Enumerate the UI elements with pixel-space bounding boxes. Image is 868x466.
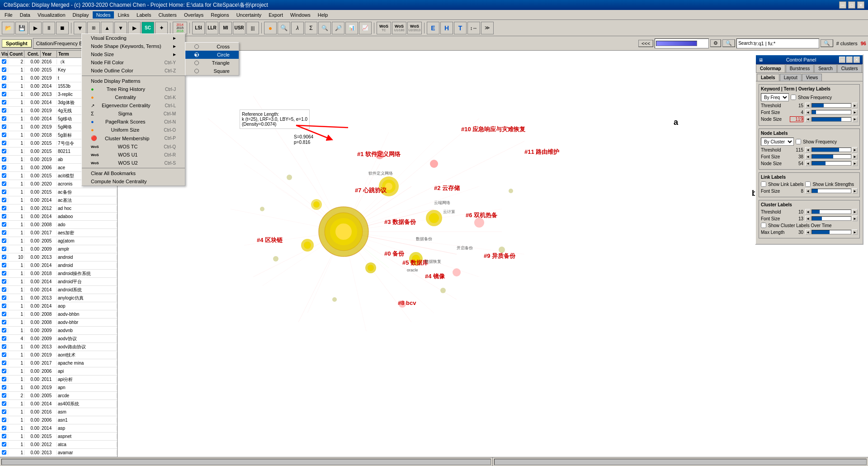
cp-subtab-labels[interactable]: Labels <box>757 74 779 81</box>
fontsize-slider[interactable]: ◄ ► <box>805 109 858 115</box>
row-visible[interactable] <box>0 149 8 154</box>
row-visible[interactable] <box>0 304 8 309</box>
fontsize-left-arrow[interactable]: ◄ <box>805 109 811 115</box>
list-item[interactable]: 1 0.00 2014 android <box>0 262 117 270</box>
threshold-left-arrow[interactable]: ◄ <box>805 103 811 108</box>
magnify1-button[interactable]: 🔍 <box>318 22 331 34</box>
bold-e-button[interactable]: E <box>427 22 439 34</box>
row-visible[interactable] <box>0 377 8 382</box>
play-button[interactable]: ▶ <box>29 22 42 34</box>
row-visible[interactable] <box>0 328 8 333</box>
row-visible[interactable] <box>0 336 8 342</box>
list-item[interactable]: 1 0.00 2009 amplr <box>0 245 117 253</box>
row-visible[interactable] <box>0 214 8 219</box>
stop-button[interactable]: ⏹ <box>56 22 69 34</box>
list-item[interactable]: 1 0.00 2014 asp <box>0 424 117 433</box>
menu-node-fill-color[interactable]: Node Fill Color Ctrl-Y <box>82 58 185 67</box>
row-visible[interactable] <box>0 450 8 456</box>
menu-data[interactable]: Data <box>16 11 34 19</box>
menu-labels[interactable]: Labels <box>133 11 155 19</box>
menu-overlays[interactable]: Overlays <box>180 11 207 19</box>
row-visible[interactable] <box>0 344 8 350</box>
tri-down-button[interactable]: ▼ <box>114 22 127 34</box>
node-threshold-slider[interactable]: ◄ ► <box>805 147 858 152</box>
row-visible[interactable] <box>0 401 8 407</box>
nav-left-button[interactable]: <<< <box>638 40 653 47</box>
list-item[interactable]: 1 0.00 2009 aodvnb <box>0 327 117 335</box>
cp-tab-burstness[interactable]: Burstness <box>786 64 814 72</box>
cp-maximize-btn[interactable]: □ <box>846 57 853 63</box>
row-visible[interactable] <box>0 100 8 105</box>
row-visible[interactable] <box>0 247 8 252</box>
fontsize-track[interactable] <box>811 110 851 114</box>
nav-right-button[interactable]: ⚙ <box>710 39 721 47</box>
menu-file[interactable]: File <box>1 11 16 19</box>
cp-subtab-layout[interactable]: Layout <box>780 74 802 81</box>
row-visible[interactable] <box>0 84 8 89</box>
list-item[interactable]: 1 0.00 2014 adaboo <box>0 213 117 221</box>
search-input[interactable] <box>754 41 817 46</box>
list-item[interactable]: 1 0.00 2006 api <box>0 367 117 376</box>
row-visible[interactable] <box>0 67 8 73</box>
row-visible[interactable] <box>0 393 8 399</box>
row-visible[interactable] <box>0 198 8 203</box>
shape-circle[interactable]: ● Circle <box>185 51 239 59</box>
list-item[interactable]: 1 0.00 2006 asn1 <box>0 416 117 424</box>
bold-t-button[interactable]: T <box>454 22 467 34</box>
menu-nodes[interactable]: Nodes <box>93 11 114 19</box>
menu-node-display-patterns[interactable]: Node Display Patterns <box>82 77 185 85</box>
row-visible[interactable] <box>0 369 8 374</box>
row-visible[interactable] <box>0 92 8 97</box>
tri-up-button[interactable]: ▲ <box>101 22 113 34</box>
menu-wos-u1[interactable]: WoS WOS U1 Ctrl-R <box>82 151 185 159</box>
row-visible[interactable] <box>0 434 8 439</box>
tri-right-button[interactable]: ▶ <box>128 22 141 34</box>
arrows-button[interactable]: ↕↔ <box>467 22 480 34</box>
wos-u1-button[interactable]: WoS U1/180 <box>392 22 406 34</box>
row-visible[interactable] <box>0 238 8 244</box>
chart2-button[interactable]: 📈 <box>359 22 372 34</box>
year-badge-1[interactable]: 2014 2015 2016 <box>173 22 187 34</box>
show-link-strengths-checkbox[interactable] <box>805 181 811 187</box>
row-visible[interactable] <box>0 206 8 211</box>
cp-tab-clusters[interactable]: Clusters <box>837 64 862 72</box>
open-button[interactable]: 📂 <box>2 22 14 34</box>
list-item[interactable]: 1 0.00 2017 apache mina <box>0 359 117 367</box>
menu-cluster-membership[interactable]: 🔴 Cluster Membership Ctrl-P <box>82 134 185 143</box>
cp-minimize-btn[interactable]: ─ <box>839 57 845 63</box>
row-visible[interactable] <box>0 385 8 390</box>
row-visible[interactable] <box>0 230 8 236</box>
list-item[interactable]: 1 0.00 2015 aspnet <box>0 433 117 441</box>
search-go-button[interactable]: 🔍 <box>821 39 833 47</box>
menu-uncertainty[interactable]: Uncertainty <box>233 11 265 19</box>
lines-button[interactable]: ||| <box>246 22 259 34</box>
usr-button[interactable]: USR <box>233 22 245 34</box>
row-visible[interactable] <box>0 279 8 285</box>
row-visible[interactable] <box>0 320 8 325</box>
menu-pagerank[interactable]: ● PageRank Scores Ctrl-N <box>82 118 185 126</box>
list-item[interactable]: 1 0.00 2013 aodv路由协议 <box>0 343 117 351</box>
nodesize-track[interactable] <box>811 117 851 122</box>
row-visible[interactable] <box>0 442 8 447</box>
nodesize-slider[interactable]: ◄ ► <box>805 117 858 122</box>
list-item[interactable]: 1 0.00 2008 aodv-bhbn <box>0 310 117 319</box>
menu-regions[interactable]: Regions <box>207 11 232 19</box>
timeline-slider[interactable] <box>655 38 709 48</box>
menu-sigma[interactable]: Σ Sigma Ctrl-M <box>82 109 185 118</box>
llr-button[interactable]: LLR <box>206 22 218 34</box>
shape-square[interactable]: Square <box>185 67 239 75</box>
show-freq-checkbox[interactable] <box>791 95 796 100</box>
row-visible[interactable] <box>0 173 8 179</box>
maximize-button[interactable]: □ <box>848 1 855 9</box>
show-over-time-checkbox[interactable] <box>761 223 766 228</box>
cp-close-btn[interactable]: ✕ <box>854 57 860 63</box>
max-length-slider[interactable]: ◄ ► <box>805 229 858 235</box>
list-item[interactable]: 1 0.00 2011 api分析 <box>0 376 117 384</box>
menu-visualization[interactable]: Visualization <box>34 11 69 19</box>
list-item[interactable]: 1 0.00 2019 aont技术 <box>0 351 117 359</box>
shape-cross[interactable]: Cross <box>185 43 239 51</box>
cluster-threshold-slider[interactable]: ◄ ► <box>805 209 858 214</box>
node-labels-select[interactable]: By Cluster <box>761 138 794 146</box>
list-item[interactable]: 1 0.00 2014 ac基法 <box>0 196 117 204</box>
wos-u2-button[interactable]: WoS U2/2013 <box>407 22 422 34</box>
